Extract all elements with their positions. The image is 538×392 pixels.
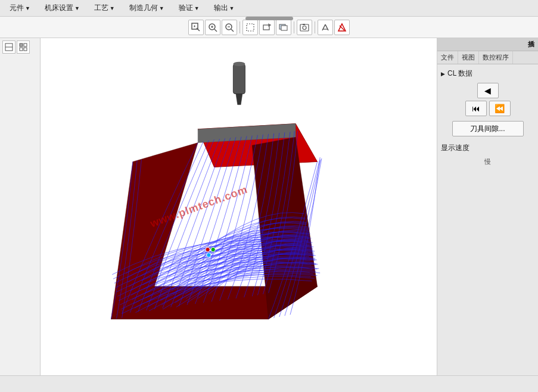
right-panel-body: ▶ CL 数据 ◀ ⏮ ⏪ 刀具间隙... 显示速度 慢 (437, 64, 538, 375)
status-bar (0, 375, 538, 392)
svg-rect-11 (247, 24, 254, 31)
playback-row: ◀ (440, 83, 536, 98)
fast-back-button[interactable]: ⏪ (489, 101, 511, 116)
svg-point-38 (206, 247, 210, 251)
tab-nc-program[interactable]: 数控程序 (479, 51, 513, 64)
svg-point-16 (303, 26, 306, 29)
svg-rect-28 (24, 48, 27, 51)
svg-rect-14 (281, 26, 287, 30)
left-panel (0, 38, 41, 375)
menu-mfg-geo[interactable]: 制造几何▼ (122, 1, 172, 15)
tab-view[interactable]: 视图 (458, 51, 479, 64)
toolbar (0, 17, 538, 38)
display-button[interactable] (334, 20, 350, 35)
zoom-out-button[interactable] (222, 20, 237, 35)
cl-data-arrow: ▶ (441, 71, 445, 77)
cl-data-label: CL 数据 (447, 69, 472, 79)
select-area-button[interactable] (242, 20, 258, 35)
menu-bar: 元件▼ 机床设置▼ 工艺▼ 制造几何▼ 验证▼ 输出▼ (0, 0, 538, 17)
speed-slow-label: 慢 (440, 155, 536, 169)
svg-rect-25 (20, 43, 23, 46)
svg-point-39 (211, 247, 215, 251)
cut-button[interactable] (318, 20, 333, 35)
right-panel-header: 插 (437, 38, 538, 51)
svg-rect-30 (233, 64, 245, 94)
tab-file[interactable]: 文件 (437, 51, 458, 64)
svg-line-5 (214, 29, 217, 32)
toolbar-separator-3 (315, 21, 315, 33)
skip-row: ⏮ ⏪ (440, 101, 536, 116)
svg-rect-17 (303, 24, 305, 25)
left-control-1 (2, 41, 38, 54)
menu-output[interactable]: 输出▼ (207, 1, 242, 15)
svg-rect-26 (24, 43, 27, 46)
pan-button[interactable] (276, 20, 291, 35)
rotate-button[interactable] (259, 20, 275, 35)
right-panel-tabs: 文件 视图 数控程序 (437, 51, 538, 64)
menu-component[interactable]: 元件▼ (2, 1, 38, 15)
toolbar-separator-2 (294, 21, 294, 33)
cl-data-section[interactable]: ▶ CL 数据 (440, 67, 536, 80)
skip-back-button[interactable]: ⏮ (465, 101, 487, 116)
zoom-in-button[interactable] (205, 20, 220, 35)
svg-rect-27 (20, 48, 23, 51)
snapshot-button[interactable] (297, 20, 312, 35)
viewport-3d[interactable]: www.plmtech.com (41, 38, 437, 375)
menu-verify[interactable]: 验证▼ (172, 1, 207, 15)
svg-marker-21 (338, 24, 346, 31)
right-panel: 插 文件 视图 数控程序 ▶ CL 数据 ◀ ⏮ ⏪ 刀具间隙... (437, 38, 538, 375)
menu-machine[interactable]: 机床设置▼ (38, 1, 87, 15)
display-speed-label: 显示速度 (440, 141, 536, 155)
left-btn-2[interactable] (17, 41, 30, 54)
main-area: www.plmtech.com 插 文件 视图 数控程序 ▶ CL 数据 ◀ ⏮… (0, 38, 538, 375)
zoom-fit-button[interactable] (188, 20, 204, 35)
left-btn-1[interactable] (2, 41, 15, 54)
play-back-button[interactable]: ◀ (477, 83, 499, 98)
svg-point-40 (207, 253, 211, 257)
svg-point-31 (233, 62, 245, 66)
svg-rect-15 (300, 24, 309, 31)
menu-process[interactable]: 工艺▼ (87, 1, 122, 15)
tool-clearance-button[interactable]: 刀具间隙... (452, 121, 524, 136)
svg-line-9 (231, 29, 234, 32)
toolbar-separator-1 (240, 21, 240, 33)
